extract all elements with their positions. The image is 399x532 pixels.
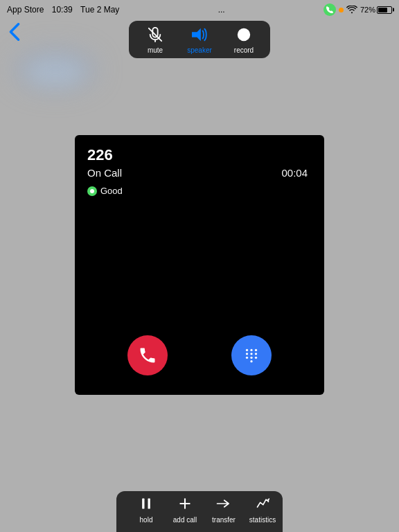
carrier-label: App Store — [7, 5, 44, 15]
call-panel: 226 On Call 00:04 Good — [75, 135, 324, 395]
call-info: 226 On Call 00:04 Good — [75, 135, 324, 196]
statistics-button[interactable]: statistics — [247, 497, 278, 524]
battery-indicator: 72% — [360, 6, 392, 14]
status-bar-right: 72% — [323, 3, 392, 16]
back-button[interactable] — [8, 22, 21, 42]
status-bar: App Store 10:39 Tue 2 May ... 72% — [0, 0, 399, 19]
add-call-button[interactable]: add call — [169, 497, 201, 524]
statistics-label: statistics — [249, 516, 276, 524]
svg-point-12 — [255, 357, 257, 359]
mute-icon — [145, 25, 165, 44]
call-timer: 00:04 — [281, 167, 308, 179]
status-bar-left: App Store 10:39 Tue 2 May — [7, 5, 119, 15]
svg-point-6 — [255, 349, 257, 351]
hold-icon — [139, 497, 153, 514]
transfer-icon — [216, 497, 231, 514]
mute-button[interactable]: mute — [140, 25, 170, 54]
active-call-indicator — [323, 3, 336, 16]
call-number: 226 — [87, 146, 312, 164]
quality-dot-inner — [90, 189, 94, 193]
hangup-button[interactable] — [127, 335, 168, 375]
svg-point-13 — [250, 360, 252, 362]
add-call-icon — [178, 497, 192, 514]
keypad-button[interactable] — [231, 335, 272, 375]
transfer-button[interactable]: transfer — [208, 497, 240, 524]
record-label: record — [234, 46, 254, 54]
statistics-icon — [256, 497, 269, 514]
speaker-label: speaker — [187, 46, 212, 54]
bottom-toolbar: hold add call transfer statistics — [116, 491, 283, 532]
svg-point-4 — [246, 349, 248, 351]
background-blob-2 — [28, 59, 83, 87]
hold-label: hold — [140, 516, 153, 524]
battery-fill — [378, 8, 387, 12]
svg-point-5 — [250, 349, 252, 351]
svg-marker-2 — [192, 28, 201, 41]
call-quality: Good — [87, 186, 312, 196]
orange-dot — [339, 8, 344, 12]
record-button[interactable]: record — [229, 25, 259, 54]
svg-point-3 — [238, 28, 250, 41]
mute-label: mute — [148, 46, 163, 54]
quality-label: Good — [100, 186, 123, 196]
speaker-icon — [190, 25, 209, 44]
speaker-button[interactable]: speaker — [184, 25, 215, 54]
call-status: On Call — [87, 167, 122, 179]
svg-point-11 — [250, 357, 252, 359]
add-call-label: add call — [173, 516, 197, 524]
battery-percent: 72% — [360, 6, 375, 14]
svg-rect-15 — [148, 499, 150, 509]
status-dots: ... — [218, 5, 225, 15]
svg-point-9 — [255, 353, 257, 355]
svg-point-10 — [246, 357, 248, 359]
call-actions — [75, 335, 324, 375]
status-bar-center: ... — [218, 5, 225, 15]
record-icon — [234, 25, 254, 44]
transfer-label: transfer — [212, 516, 236, 524]
hold-button[interactable]: hold — [130, 497, 162, 524]
time-label: 10:39 — [52, 5, 73, 15]
top-toolbar: mute speaker record — [129, 21, 270, 58]
wifi-icon — [346, 6, 357, 14]
quality-dot — [87, 186, 97, 196]
svg-point-8 — [250, 353, 252, 355]
call-status-row: On Call 00:04 — [87, 167, 312, 179]
svg-point-7 — [246, 353, 248, 355]
svg-rect-14 — [142, 499, 144, 509]
battery-bar — [377, 6, 392, 14]
date-label: Tue 2 May — [80, 5, 119, 15]
